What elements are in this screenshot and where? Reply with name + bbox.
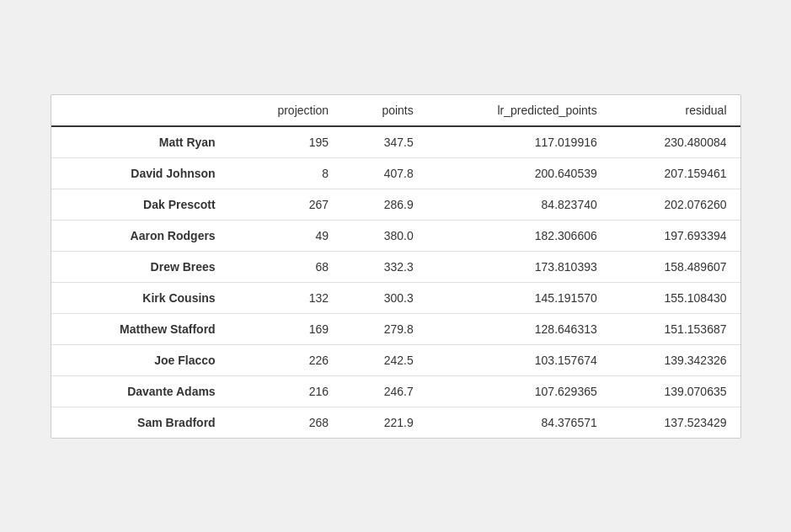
cell-lr-predicted-points: 145.191570 [427,282,611,313]
cell-projection: 216 [229,375,342,407]
cell-lr-predicted-points: 200.640539 [427,157,611,189]
data-table: projection points lr_predicted_points re… [51,94,741,439]
cell-projection: 49 [229,220,342,251]
cell-residual: 230.480084 [611,126,740,158]
table-row: Joe Flacco226242.5103.157674139.342326 [51,344,740,375]
table-row: Dak Prescott267286.984.823740202.076260 [51,189,740,220]
cell-points: 246.7 [342,375,427,407]
table-row: Aaron Rodgers49380.0182.306606197.693394 [51,220,740,251]
cell-name: Kirk Cousins [51,282,229,313]
cell-points: 407.8 [342,157,427,189]
table-row: Matt Ryan195347.5117.019916230.480084 [51,126,740,158]
cell-residual: 139.070635 [611,375,740,407]
cell-residual: 155.108430 [611,282,740,313]
cell-points: 242.5 [342,344,427,375]
cell-projection: 68 [229,251,342,282]
col-header-lr-predicted-points: lr_predicted_points [427,95,611,126]
col-header-points: points [342,95,427,126]
cell-lr-predicted-points: 128.646313 [427,313,611,344]
cell-points: 279.8 [342,313,427,344]
table-row: David Johnson8407.8200.640539207.159461 [51,157,740,189]
cell-projection: 132 [229,282,342,313]
cell-lr-predicted-points: 182.306606 [427,220,611,251]
table-row: Sam Bradford268221.984.376571137.523429 [51,407,740,438]
cell-name: Davante Adams [51,375,229,407]
cell-projection: 226 [229,344,342,375]
cell-projection: 267 [229,189,342,220]
cell-residual: 158.489607 [611,251,740,282]
cell-lr-predicted-points: 84.376571 [427,407,611,438]
cell-residual: 202.076260 [611,189,740,220]
col-header-residual: residual [611,95,740,126]
cell-projection: 8 [229,157,342,189]
table-header-row: projection points lr_predicted_points re… [51,95,740,126]
col-header-name [51,95,229,126]
table-row: Kirk Cousins132300.3145.191570155.108430 [51,282,740,313]
cell-points: 380.0 [342,220,427,251]
table-row: Davante Adams216246.7107.629365139.07063… [51,375,740,407]
cell-projection: 169 [229,313,342,344]
cell-points: 332.3 [342,251,427,282]
cell-name: Matt Ryan [51,126,229,158]
cell-name: Joe Flacco [51,344,229,375]
cell-lr-predicted-points: 173.810393 [427,251,611,282]
cell-residual: 197.693394 [611,220,740,251]
cell-lr-predicted-points: 117.019916 [427,126,611,158]
cell-projection: 195 [229,126,342,158]
col-header-projection: projection [229,95,342,126]
cell-name: Aaron Rodgers [51,220,229,251]
cell-name: Dak Prescott [51,189,229,220]
cell-points: 300.3 [342,282,427,313]
table-row: Drew Brees68332.3173.810393158.489607 [51,251,740,282]
table-row: Matthew Stafford169279.8128.646313151.15… [51,313,740,344]
cell-lr-predicted-points: 84.823740 [427,189,611,220]
cell-residual: 151.153687 [611,313,740,344]
cell-residual: 137.523429 [611,407,740,438]
cell-lr-predicted-points: 107.629365 [427,375,611,407]
cell-name: Drew Brees [51,251,229,282]
cell-residual: 139.342326 [611,344,740,375]
cell-projection: 268 [229,407,342,438]
cell-name: David Johnson [51,157,229,189]
cell-lr-predicted-points: 103.157674 [427,344,611,375]
cell-residual: 207.159461 [611,157,740,189]
cell-points: 347.5 [342,126,427,158]
cell-points: 221.9 [342,407,427,438]
cell-name: Matthew Stafford [51,313,229,344]
cell-points: 286.9 [342,189,427,220]
cell-name: Sam Bradford [51,407,229,438]
